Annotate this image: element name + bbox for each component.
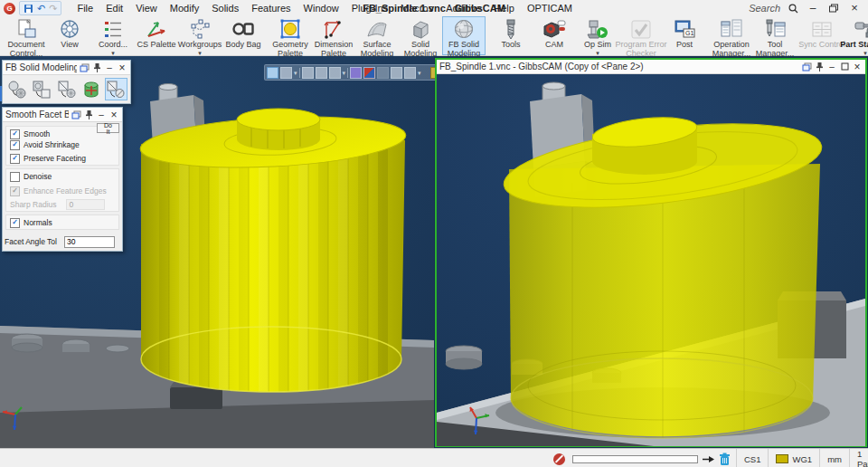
close-icon[interactable]: ×: [108, 110, 119, 119]
minimize-button[interactable]: –: [807, 3, 819, 14]
units-indicator[interactable]: mm: [819, 449, 849, 467]
menu-solids[interactable]: Solids: [205, 3, 245, 14]
operation-manager-button[interactable]: OperationManager...: [710, 16, 753, 55]
pane-layout-dropdown-icon[interactable]: ▾: [343, 70, 346, 76]
solid-modeling-button[interactable]: SolidModeling: [399, 16, 442, 55]
duplicate-window-icon[interactable]: [801, 62, 812, 71]
search-label[interactable]: Search: [749, 3, 780, 14]
sync-control-button[interactable]: Sync Control: [800, 16, 844, 55]
duplicate-window-icon[interactable]: [71, 110, 81, 119]
print-view-icon[interactable]: [350, 67, 362, 79]
minimize-icon[interactable]: –: [826, 62, 837, 71]
menu-macros[interactable]: Macros: [394, 3, 439, 14]
menu-edit[interactable]: Edit: [99, 3, 129, 14]
fb-solid-modeling-button[interactable]: FB SolidModeling: [442, 16, 486, 55]
smooth-facet-body-dialog: Smooth Facet Body Re – × Do It Smooth Av…: [2, 107, 123, 252]
dialog-title-bar[interactable]: Smooth Facet Body Re – ×: [3, 108, 122, 122]
slider-end-pin-icon[interactable]: [703, 455, 714, 463]
add-view-icon[interactable]: [391, 67, 402, 79]
cam-button[interactable]: CAM: [533, 16, 576, 55]
view-orientation-icon[interactable]: [280, 67, 292, 79]
dropdown-caret[interactable]: ▾: [863, 51, 867, 56]
minimize-icon[interactable]: –: [96, 110, 107, 119]
minimize-icon[interactable]: –: [104, 62, 115, 72]
program-error-checker-button[interactable]: Program ErrorChecker: [619, 16, 663, 55]
cs-indicator[interactable]: CS1: [736, 449, 768, 467]
palette-title-bar[interactable]: FB Solid Modeling – ×: [3, 61, 130, 75]
menu-modify[interactable]: Modify: [164, 3, 205, 14]
menu-view[interactable]: View: [129, 3, 164, 14]
geometry-palette-button[interactable]: GeometryPalette: [269, 16, 312, 55]
sharp-radius-field[interactable]: 0: [66, 199, 105, 210]
view-button[interactable]: View: [48, 16, 91, 55]
facet-angle-input[interactable]: [64, 236, 115, 248]
menu-help[interactable]: Help: [487, 3, 521, 14]
coordinate-systems-button[interactable]: Coord... ▾: [91, 16, 135, 55]
view-orientation-dropdown-icon[interactable]: ▾: [294, 70, 297, 76]
solid-from-facet-body-button[interactable]: [30, 78, 52, 100]
close-icon[interactable]: ×: [852, 62, 863, 71]
avoid-shrinkage-checkbox[interactable]: [10, 140, 20, 150]
tools-button[interactable]: Tools: [489, 16, 533, 55]
flag-icon[interactable]: [363, 67, 375, 79]
menu-file[interactable]: File: [71, 3, 99, 14]
part-stations-button[interactable]: Part Stations ▾: [844, 16, 868, 55]
facet-body-from-solid-button[interactable]: [5, 78, 28, 100]
pane-right: FB_Spindle 1.vnc - GibbsCAM (Copy of <Pa…: [435, 58, 867, 447]
post-button[interactable]: G1 Post: [663, 16, 706, 55]
body-bag-button[interactable]: Body Bag: [222, 16, 265, 55]
tool-manager-button[interactable]: ToolManager...: [753, 16, 797, 55]
pin-icon[interactable]: [91, 62, 102, 72]
grid-view-dropdown-icon[interactable]: ▾: [418, 70, 421, 76]
grid-view-icon[interactable]: [404, 67, 416, 79]
menu-window[interactable]: Window: [297, 3, 345, 14]
dropdown-caret[interactable]: ▾: [111, 51, 115, 56]
iso-view-cube-icon[interactable]: [267, 67, 278, 79]
menu-opticam[interactable]: OPTICAM: [521, 3, 579, 14]
duplicate-window-icon[interactable]: [79, 62, 90, 72]
denoise-checkbox[interactable]: [10, 172, 20, 182]
undo-icon[interactable]: ↶: [37, 4, 45, 14]
surface-modeling-button[interactable]: SurfaceModeling: [355, 16, 399, 55]
enhance-feature-edges-checkbox[interactable]: [10, 186, 20, 196]
document-control-button[interactable]: DocumentControl...: [5, 16, 48, 55]
trash-icon[interactable]: [719, 453, 731, 466]
menu-plugins[interactable]: Plug-Ins: [345, 3, 394, 14]
redo-icon[interactable]: ↷: [49, 4, 57, 14]
close-icon[interactable]: ×: [117, 62, 127, 72]
part-count-indicator[interactable]: 1 Part: [849, 449, 868, 467]
workgroup-indicator[interactable]: WG1: [768, 449, 819, 467]
pane-layout-icon[interactable]: [329, 67, 341, 79]
normals-checkbox[interactable]: [10, 218, 20, 228]
close-button[interactable]: ×: [848, 3, 861, 14]
save-icon[interactable]: [24, 4, 33, 14]
menu-features[interactable]: Features: [245, 3, 297, 14]
right-pane-title-bar[interactable]: FB_Spindle 1.vnc - GibbsCAM (Copy of <Pa…: [437, 60, 865, 74]
link-view-icon[interactable]: [377, 67, 389, 79]
copy-view-icon[interactable]: [302, 67, 314, 79]
sim-speed-slider[interactable]: [572, 455, 698, 463]
do-it-button[interactable]: Do It: [97, 123, 119, 133]
dimension-palette-button[interactable]: DimensionPalette: [312, 16, 355, 55]
preserve-faceting-checkbox[interactable]: [10, 154, 20, 164]
op-sim-button[interactable]: Op Sim ▾: [576, 16, 619, 55]
yellow-facet-body[interactable]: [139, 109, 407, 400]
search-icon[interactable]: [788, 4, 798, 14]
workgroups-button[interactable]: Workgroups ▾: [178, 16, 222, 55]
blank-view-icon[interactable]: [316, 67, 327, 79]
menu-additive[interactable]: Additive: [439, 3, 487, 14]
viewport-canvas-right[interactable]: [437, 74, 865, 446]
restore-icon[interactable]: [839, 62, 850, 71]
cs-palette-button[interactable]: CS Palette: [135, 16, 178, 55]
pin-icon[interactable]: [814, 62, 825, 71]
facet-stock-body-button[interactable]: [80, 78, 102, 100]
pin-icon[interactable]: [83, 110, 94, 119]
smooth-facet-body-button[interactable]: [105, 78, 127, 100]
gibbscam-logo-icon[interactable]: G: [4, 3, 15, 14]
refine-facet-body-button[interactable]: [55, 78, 78, 100]
yellow-smooth-body[interactable]: [499, 110, 826, 438]
restore-button[interactable]: [827, 4, 840, 13]
dropdown-caret[interactable]: ▾: [596, 51, 599, 56]
dropdown-caret[interactable]: ▾: [198, 51, 202, 56]
smooth-checkbox[interactable]: [10, 129, 20, 139]
